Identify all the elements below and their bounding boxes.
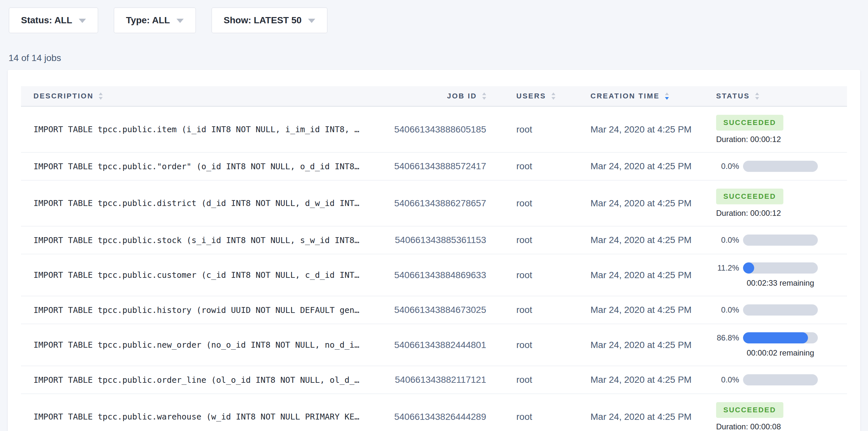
job-creation-time: Mar 24, 2020 at 4:25 PM — [578, 340, 703, 350]
job-status-cell: SUCCEEDED Duration: 00:00:12 — [703, 189, 847, 218]
status-progress: 11.2% 00:02:33 remaining — [716, 263, 847, 288]
job-description: IMPORT TABLE tpcc.public.district (d_id … — [21, 198, 391, 208]
job-creation-time: Mar 24, 2020 at 4:25 PM — [578, 412, 703, 422]
progress-bar-fill — [743, 332, 808, 343]
job-description: IMPORT TABLE tpcc.public."order" (o_id I… — [21, 162, 391, 171]
progress-remaining: 00:00:02 remaining — [743, 348, 818, 358]
type-filter-dropdown[interactable]: Type: ALL — [114, 7, 196, 33]
job-creation-time: Mar 24, 2020 at 4:25 PM — [578, 375, 703, 385]
job-creation-time: Mar 24, 2020 at 4:25 PM — [578, 161, 703, 172]
progress-percent: 11.2% — [716, 264, 739, 273]
type-filter-label: Type: ALL — [126, 15, 170, 26]
column-header-creation-time[interactable]: CREATION TIME — [578, 92, 703, 100]
progress-percent: 0.0% — [716, 162, 739, 171]
column-label: USERS — [516, 92, 546, 100]
job-creation-time: Mar 24, 2020 at 4:25 PM — [578, 198, 703, 209]
job-duration: Duration: 00:00:12 — [716, 209, 847, 218]
job-creation-time: Mar 24, 2020 at 4:25 PM — [578, 305, 703, 315]
table-row: IMPORT TABLE tpcc.public.stock (s_i_id I… — [21, 226, 847, 254]
jobs-table-card: DESCRIPTIONJOB IDUSERSCREATION TIMESTATU… — [8, 70, 860, 431]
job-duration: Duration: 00:00:08 — [716, 422, 847, 431]
job-description: IMPORT TABLE tpcc.public.stock (s_i_id I… — [21, 236, 391, 245]
status-succeeded: SUCCEEDED Duration: 00:00:12 — [716, 189, 847, 218]
column-label: STATUS — [716, 92, 750, 100]
chevron-down-icon — [308, 19, 315, 23]
status-progress: 0.0% — [716, 235, 847, 246]
sort-arrows-icon — [665, 92, 669, 100]
chevron-down-icon — [177, 19, 184, 23]
job-id: 540661343888572417 — [391, 161, 486, 172]
status-succeeded: SUCCEEDED Duration: 00:00:12 — [716, 115, 847, 144]
status-succeeded: SUCCEEDED Duration: 00:00:08 — [716, 402, 847, 431]
job-status-cell: 86.8% 00:00:02 remaining — [703, 332, 847, 358]
job-description: IMPORT TABLE tpcc.public.item (i_id INT8… — [21, 125, 391, 134]
table-header-row: DESCRIPTIONJOB IDUSERSCREATION TIMESTATU… — [21, 86, 847, 106]
job-status-cell: SUCCEEDED Duration: 00:00:08 — [703, 402, 847, 431]
progress-percent: 86.8% — [716, 333, 739, 342]
job-description: IMPORT TABLE tpcc.public.order_line (ol_… — [21, 375, 391, 385]
status-filter-dropdown[interactable]: Status: ALL — [9, 7, 98, 33]
status-progress: 86.8% 00:00:02 remaining — [716, 332, 847, 358]
job-user: root — [486, 235, 578, 245]
job-description: IMPORT TABLE tpcc.public.warehouse (w_id… — [21, 412, 391, 422]
job-duration: Duration: 00:00:12 — [716, 135, 847, 144]
job-user: root — [486, 305, 578, 315]
job-id: 540661343886278657 — [391, 198, 486, 209]
progress-percent: 0.0% — [716, 305, 739, 314]
table-row: IMPORT TABLE tpcc.public.history (rowid … — [21, 296, 847, 324]
status-progress: 0.0% — [716, 304, 847, 315]
status-filter-label: Status: ALL — [21, 15, 72, 26]
job-status-cell: SUCCEEDED Duration: 00:00:12 — [703, 115, 847, 144]
job-user: root — [486, 198, 578, 209]
job-user: root — [486, 340, 578, 350]
column-header-status[interactable]: STATUS — [703, 92, 847, 100]
job-creation-time: Mar 24, 2020 at 4:25 PM — [578, 235, 703, 245]
column-label: CREATION TIME — [590, 92, 660, 100]
progress-bar — [743, 304, 818, 315]
column-header-job-id[interactable]: JOB ID — [391, 92, 486, 100]
column-label: DESCRIPTION — [33, 92, 93, 100]
show-filter-dropdown[interactable]: Show: LATEST 50 — [212, 7, 328, 33]
job-id: 540661343885361153 — [391, 235, 486, 245]
sort-arrows-icon — [755, 92, 759, 100]
table-body: IMPORT TABLE tpcc.public.item (i_id INT8… — [21, 106, 847, 431]
job-status-cell: 11.2% 00:02:33 remaining — [703, 263, 847, 288]
job-id: 540661343888605185 — [391, 124, 486, 135]
job-user: root — [486, 124, 578, 135]
table-row: IMPORT TABLE tpcc.public.customer (c_id … — [21, 254, 847, 296]
progress-percent: 0.0% — [716, 375, 739, 384]
job-id: 540661343884869633 — [391, 270, 486, 280]
status-badge: SUCCEEDED — [716, 115, 783, 130]
progress-remaining: 00:02:33 remaining — [743, 278, 818, 288]
table-row: IMPORT TABLE tpcc.public.district (d_id … — [21, 180, 847, 226]
show-filter-label: Show: LATEST 50 — [224, 15, 302, 26]
column-label: JOB ID — [447, 92, 477, 100]
chevron-down-icon — [79, 19, 86, 23]
job-user: root — [486, 412, 578, 422]
job-user: root — [486, 161, 578, 172]
table-row: IMPORT TABLE tpcc.public.order_line (ol_… — [21, 366, 847, 394]
table-row: IMPORT TABLE tpcc.public.warehouse (w_id… — [21, 394, 847, 431]
job-id: 540661343882117121 — [391, 375, 486, 385]
status-badge: SUCCEEDED — [716, 402, 783, 418]
column-header-users[interactable]: USERS — [486, 92, 578, 100]
job-id: 540661343826444289 — [391, 412, 486, 422]
table-row: IMPORT TABLE tpcc.public."order" (o_id I… — [21, 153, 847, 180]
progress-percent: 0.0% — [716, 236, 739, 245]
job-creation-time: Mar 24, 2020 at 4:25 PM — [578, 124, 703, 135]
job-status-cell: 0.0% — [703, 304, 847, 315]
job-user: root — [486, 270, 578, 280]
job-creation-time: Mar 24, 2020 at 4:25 PM — [578, 270, 703, 280]
progress-bar — [743, 263, 818, 274]
filter-bar: Status: ALL Type: ALL Show: LATEST 50 — [0, 0, 868, 33]
column-header-description[interactable]: DESCRIPTION — [21, 92, 391, 100]
sort-arrows-icon — [482, 92, 486, 100]
job-user: root — [486, 375, 578, 385]
job-status-cell: 0.0% — [703, 374, 847, 386]
sort-arrows-icon — [99, 92, 103, 100]
progress-bar — [743, 332, 818, 343]
jobs-count-summary: 14 of 14 jobs — [8, 53, 868, 63]
status-progress: 0.0% — [716, 374, 847, 386]
job-description: IMPORT TABLE tpcc.public.customer (c_id … — [21, 270, 391, 280]
table-row: IMPORT TABLE tpcc.public.new_order (no_o… — [21, 324, 847, 366]
